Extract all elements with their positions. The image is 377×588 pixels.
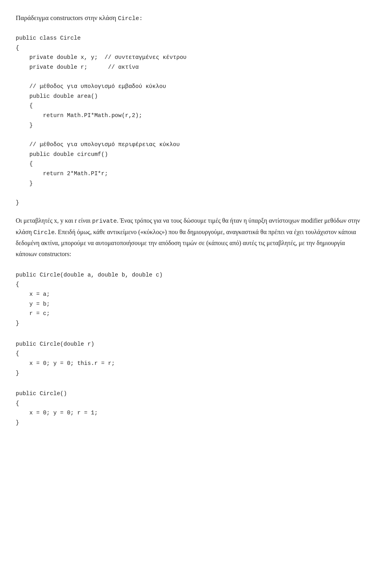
intro-paragraph: Παράδειγμα constructors στην κλάση Circl…	[16, 13, 361, 24]
prose-mono2: Circle	[33, 229, 55, 236]
prose-part3: . Επειδή όμως, κάθε αντικείμενο («κύκλος…	[16, 229, 356, 257]
code-block-constructor-1param: public Circle(double r) { x = 0; y = 0; …	[16, 339, 361, 378]
code-block-class-circle: public class Circle { private double x, …	[16, 33, 361, 208]
prose-mono1: private	[92, 218, 117, 225]
intro-text-prefix: Παράδειγμα constructors στην κλάση	[16, 14, 118, 22]
code-block-constructor-3params: public Circle(double a, double b, double…	[16, 270, 361, 328]
prose-paragraph-1: Οι μεταβλητές x, y και r είναι private. …	[16, 215, 361, 259]
code-block-constructor-default: public Circle() { x = 0; y = 0; r = 1; }	[16, 389, 361, 428]
prose-part1: Οι μεταβλητές x, y και r είναι	[16, 217, 92, 224]
intro-class-name: Circle:	[118, 15, 143, 22]
